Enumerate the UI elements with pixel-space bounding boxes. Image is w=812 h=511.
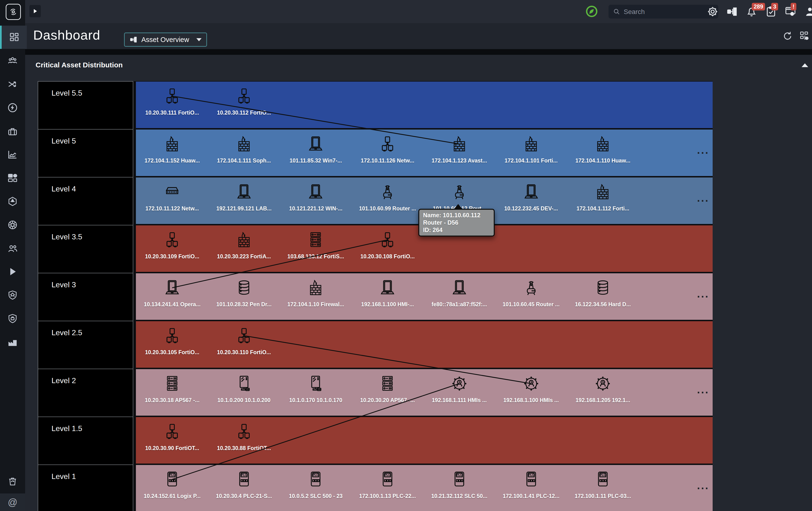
asset-node-label: 10.122.232.45 DEV-...	[497, 205, 566, 212]
asset-node[interactable]: 10.20.30.105 FortiO...	[138, 321, 207, 368]
asset-node[interactable]: 101.10.28.32 Pen Dr...	[209, 273, 279, 320]
row-overflow-ellipsis[interactable]: ...	[697, 384, 709, 396]
asset-node[interactable]: 10.20.30.112 FortiO...	[209, 82, 279, 128]
search-icon	[613, 8, 620, 16]
dashboard-settings-button[interactable]	[799, 31, 810, 41]
asset-node[interactable]: 10.20.30.109 FortiO...	[138, 225, 207, 272]
sidebar-item-traffic[interactable]	[0, 73, 25, 96]
asset-node-label: 10.20.30.109 FortiO...	[138, 253, 207, 260]
sidebar-item-widgets[interactable]	[0, 166, 25, 190]
sidebar-item-inventory[interactable]	[0, 120, 25, 143]
asset-node[interactable]: 192.121.99.121 LAB...	[209, 177, 279, 224]
asset-node[interactable]: 10.20.30.18 AP567 -...	[138, 369, 207, 416]
sidebar-expand-button[interactable]	[29, 5, 41, 17]
asset-node[interactable]: 10.134.241.41 Opera...	[138, 273, 207, 320]
sidebar-item-analytics[interactable]	[0, 143, 25, 166]
asset-node[interactable]: 172.100.1.41 PLC-12...	[497, 465, 566, 511]
asset-node-label: 172.100.1.11 PLC-03...	[568, 493, 637, 500]
asset-node[interactable]: 172.100.1.11 PLC-03...	[568, 465, 637, 511]
asset-node-label: 10.20.30.88 FortiOT...	[209, 445, 279, 451]
asset-node[interactable]: 10.1.0.170 10.1.0.170	[281, 369, 350, 416]
row-overflow-ellipsis[interactable]: ...	[697, 288, 709, 300]
network-tree-icon	[380, 136, 395, 152]
firewall-icon	[452, 136, 467, 152]
sidebar-item-assets[interactable]	[0, 190, 25, 213]
gear-icon	[707, 6, 719, 18]
asset-node[interactable]: 192.168.1.205 192.1...	[568, 369, 637, 416]
sidebar-item-dashboard[interactable]	[0, 26, 27, 49]
asset-node[interactable]: 192.168.1.111 HMIs ...	[425, 369, 494, 416]
asset-node[interactable]: 172.104.1.111 Soph...	[209, 130, 279, 176]
asset-node[interactable]: 172.104.1.101 Forti...	[497, 130, 566, 176]
row-overflow-ellipsis[interactable]: ...	[697, 480, 709, 491]
asset-node[interactable]: 192.168.1.100 HMI-...	[353, 273, 422, 320]
level-label: Level 4	[38, 177, 133, 225]
laptop-icon	[236, 184, 252, 200]
asset-node-label: 10.20.30.105 FortiO...	[138, 349, 207, 356]
system-status-button[interactable]: !	[784, 6, 796, 18]
asset-node-label: 172.104.1.152 Huaw...	[138, 158, 207, 164]
asset-node[interactable]: 172.104.1.110 Huaw...	[568, 130, 637, 176]
level-band: 10.20.30.90 FortiOT...10.20.30.88 FortiO…	[136, 417, 713, 463]
asset-node[interactable]: 10.20.30.110 FortiO...	[209, 321, 279, 368]
health-status-icon[interactable]	[585, 5, 598, 18]
search-input[interactable]	[623, 5, 714, 19]
notifications-button[interactable]: 289	[746, 6, 757, 18]
asset-node[interactable]: 172.10.11.126 Netw...	[353, 130, 422, 176]
asset-node[interactable]: 101.10.60.99 Router ...	[353, 177, 422, 224]
asset-node[interactable]: 101.11.85.32 Win7-...	[281, 130, 350, 176]
asset-node[interactable]: 172.104.1.123 Avast...	[425, 130, 494, 176]
asset-node[interactable]: 10.20.30.111 FortiO...	[138, 82, 207, 128]
view-selector-label: Asset Overview	[141, 36, 189, 44]
asset-node-label: 192.168.1.100 HMIs ...	[497, 397, 566, 403]
laptop-icon	[308, 184, 323, 200]
sidebar-item-users[interactable]	[0, 237, 25, 260]
plc-icon	[380, 472, 395, 487]
refresh-button[interactable]	[782, 31, 793, 41]
sidebar-item-groups[interactable]	[0, 49, 25, 73]
asset-node[interactable]: 172.104.1.10 Firewal...	[281, 273, 350, 320]
asset-node[interactable]: 172.10.11.122 Netw...	[138, 177, 207, 224]
row-overflow-ellipsis[interactable]: ...	[697, 144, 709, 156]
tasks-button[interactable]: 3	[765, 6, 777, 18]
sidebar-item-mentions[interactable]: @	[0, 493, 25, 511]
asset-node[interactable]: 10.20.30.20 AP567 -...	[353, 369, 422, 416]
sidebar-item-events[interactable]	[0, 96, 25, 119]
asset-node[interactable]: 10.20.30.223 FortiA...	[209, 225, 279, 272]
asset-node[interactable]: 10.0.5.2 SLC 500 - 23	[281, 465, 350, 511]
asset-node[interactable]: 10.20.30.4 PLC-21-S...	[209, 465, 279, 511]
asset-node[interactable]: 10.24.152.61 Logix P...	[138, 465, 207, 511]
sidebar-item-recycle-bin[interactable]	[0, 470, 25, 493]
asset-node[interactable]: 10.20.30.90 FortiOT...	[138, 417, 207, 463]
sidebar-item-network[interactable]	[0, 213, 25, 236]
view-selector-dropdown[interactable]: Asset Overview	[124, 32, 207, 47]
row-overflow-ellipsis[interactable]: ...	[697, 192, 709, 204]
sidebar-item-threats[interactable]	[0, 283, 25, 307]
asset-node[interactable]: fe80::78a1:a87:f52f:...	[425, 273, 494, 320]
asset-node[interactable]: 10.20.30.88 FortiOT...	[209, 417, 279, 463]
asset-tooltip: Name: 101.10.60.112 Router - D56 ID: 264	[418, 209, 495, 236]
laptop-icon	[452, 280, 467, 295]
asset-node[interactable]: 10.21.32.112 SLC 50...	[425, 465, 494, 511]
sitemap-button[interactable]	[726, 6, 738, 18]
user-menu-button[interactable]	[804, 6, 812, 18]
asset-node[interactable]: 10.20.30.108 FortiO...	[353, 225, 422, 272]
asset-node[interactable]: 172.100.1.13 PLC-22...	[353, 465, 422, 511]
desktop-icon	[236, 376, 252, 392]
asset-node[interactable]: 10.122.232.45 DEV-...	[497, 177, 566, 224]
asset-node[interactable]: 172.104.1.152 Huaw...	[138, 130, 207, 176]
asset-node[interactable]: 103.68.123.12 FortiS...	[281, 225, 350, 272]
asset-node[interactable]: 10.1.0.200 10.1.0.200	[209, 369, 279, 416]
sidebar-item-playbooks[interactable]	[0, 260, 25, 283]
app-logo-icon[interactable]	[6, 4, 21, 20]
sidebar-item-protection[interactable]	[0, 307, 25, 330]
asset-node[interactable]: 101.10.60.45 Router ...	[497, 273, 566, 320]
sidebar-item-ot[interactable]	[0, 331, 25, 354]
asset-node-label: 172.104.1.123 Avast...	[425, 158, 494, 164]
asset-node[interactable]: 10.121.221.12 WIN-...	[281, 177, 350, 224]
hmi-gear-icon	[452, 376, 467, 392]
asset-node[interactable]: 192.168.1.100 HMIs ...	[497, 369, 566, 416]
asset-node[interactable]: 172.104.1.112 Forti...	[568, 177, 637, 224]
settings-gear-button[interactable]	[707, 6, 719, 18]
asset-node[interactable]: 16.122.34.56 Hard D...	[568, 273, 637, 320]
